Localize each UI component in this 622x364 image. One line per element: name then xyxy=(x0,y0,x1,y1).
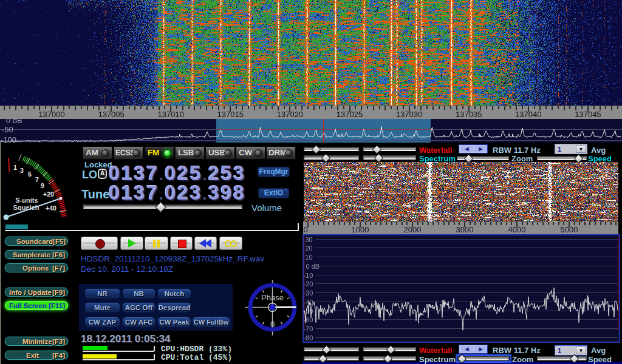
svg-text:S-units: S-units xyxy=(15,197,38,204)
svg-text:7: 7 xyxy=(35,176,39,183)
svg-text:+20: +20 xyxy=(43,190,54,198)
svg-text:5: 5 xyxy=(28,170,32,178)
svg-text:Phase: Phase xyxy=(261,293,284,302)
svg-text:1: 1 xyxy=(13,164,17,171)
svg-text:3: 3 xyxy=(20,167,24,174)
svg-text:0: 0 xyxy=(270,320,275,329)
svg-text:9: 9 xyxy=(41,182,44,189)
svg-text:+40: +40 xyxy=(46,204,56,212)
